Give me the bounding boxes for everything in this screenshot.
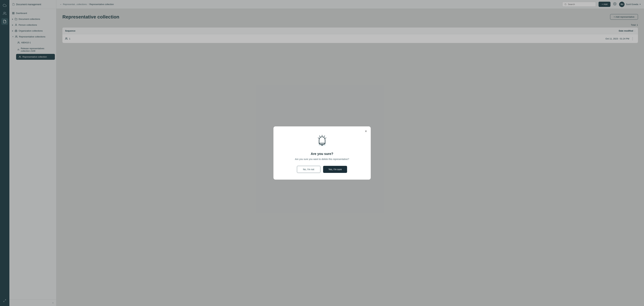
svg-line-21 [320,136,320,137]
modal-cancel-button[interactable]: No, I'm not [297,166,320,173]
svg-line-23 [318,138,319,138]
svg-line-22 [325,138,326,138]
modal-icon-wrapper [315,134,329,148]
modal-confirm-button[interactable]: Yes, I'm sure [323,166,347,173]
modal-overlay: × Are you sure? Are you sure you wa [0,0,644,306]
modal-body: Are you sure you want to delete this rep… [295,158,349,160]
modal-close-button[interactable]: × [365,129,367,133]
alarm-icon [315,134,329,148]
svg-line-20 [324,136,325,137]
modal-actions: No, I'm not Yes, I'm sure [297,166,347,173]
modal-title: Are you sure? [311,152,333,156]
confirm-modal: × Are you sure? Are you sure you wa [274,126,371,180]
